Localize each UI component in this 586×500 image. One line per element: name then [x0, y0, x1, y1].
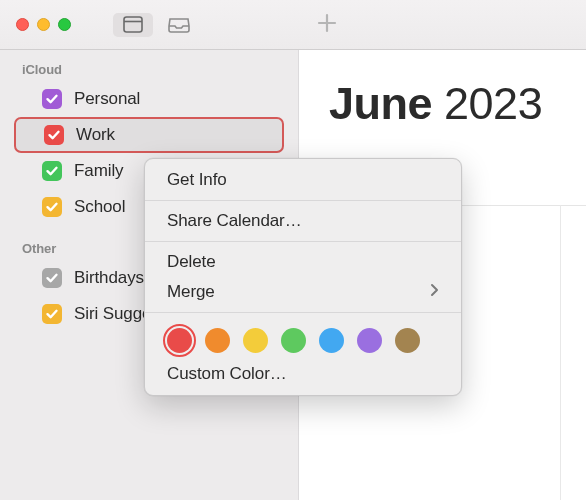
color-swatch-green[interactable] — [281, 328, 306, 353]
toolbar — [113, 13, 199, 37]
menu-label: Get Info — [167, 170, 227, 190]
checkbox-siri[interactable] — [42, 304, 62, 324]
minimize-window-button[interactable] — [37, 18, 50, 31]
zoom-window-button[interactable] — [58, 18, 71, 31]
window-controls — [16, 18, 71, 31]
checkbox-work[interactable] — [44, 125, 64, 145]
calendar-context-menu: Get Info Share Calendar… Delete Merge Cu… — [144, 158, 462, 396]
calendar-item-personal[interactable]: Personal — [0, 81, 298, 117]
page-title: June 2023 — [299, 78, 586, 130]
menu-item-delete[interactable]: Delete — [145, 247, 461, 277]
checkmark-icon — [45, 164, 59, 178]
checkmark-icon — [45, 271, 59, 285]
chevron-right-icon — [430, 282, 439, 302]
tray-icon — [168, 17, 190, 33]
menu-item-get-info[interactable]: Get Info — [145, 165, 461, 195]
menu-separator — [145, 241, 461, 242]
menu-item-merge[interactable]: Merge — [145, 277, 461, 307]
calendar-label: School — [74, 197, 125, 217]
plus-icon — [316, 12, 338, 34]
checkmark-icon — [47, 128, 61, 142]
calendar-icon — [123, 16, 143, 33]
color-swatch-blue[interactable] — [319, 328, 344, 353]
menu-label: Delete — [167, 252, 216, 272]
calendar-label: Personal — [74, 89, 140, 109]
close-window-button[interactable] — [16, 18, 29, 31]
calendar-item-work[interactable]: Work — [14, 117, 284, 153]
color-swatch-yellow[interactable] — [243, 328, 268, 353]
menu-item-share-calendar[interactable]: Share Calendar… — [145, 206, 461, 236]
menu-label: Share Calendar… — [167, 211, 302, 231]
menu-item-custom-color[interactable]: Custom Color… — [145, 359, 461, 389]
calendar-label: Work — [76, 125, 115, 145]
calendar-label: Family — [74, 161, 123, 181]
menu-label: Merge — [167, 282, 215, 302]
checkbox-family[interactable] — [42, 161, 62, 181]
year-label: 2023 — [444, 78, 542, 129]
add-event-button[interactable] — [316, 12, 338, 38]
checkmark-icon — [45, 92, 59, 106]
color-swatch-orange[interactable] — [205, 328, 230, 353]
section-header-icloud[interactable]: iCloud — [0, 58, 298, 81]
checkmark-icon — [45, 307, 59, 321]
calendar-label: Birthdays — [74, 268, 144, 288]
calendars-toggle-button[interactable] — [113, 13, 153, 37]
menu-label: Custom Color… — [167, 364, 287, 384]
checkbox-birthdays[interactable] — [42, 268, 62, 288]
inbox-button[interactable] — [159, 13, 199, 37]
color-swatch-brown[interactable] — [395, 328, 420, 353]
menu-separator — [145, 200, 461, 201]
month-label: June — [329, 78, 432, 129]
svg-rect-0 — [124, 17, 142, 32]
color-swatches — [145, 318, 461, 359]
checkbox-school[interactable] — [42, 197, 62, 217]
checkbox-personal[interactable] — [42, 89, 62, 109]
menu-separator — [145, 312, 461, 313]
titlebar — [0, 0, 586, 50]
color-swatch-purple[interactable] — [357, 328, 382, 353]
day-divider — [560, 205, 561, 500]
color-swatch-red[interactable] — [167, 328, 192, 353]
checkmark-icon — [45, 200, 59, 214]
